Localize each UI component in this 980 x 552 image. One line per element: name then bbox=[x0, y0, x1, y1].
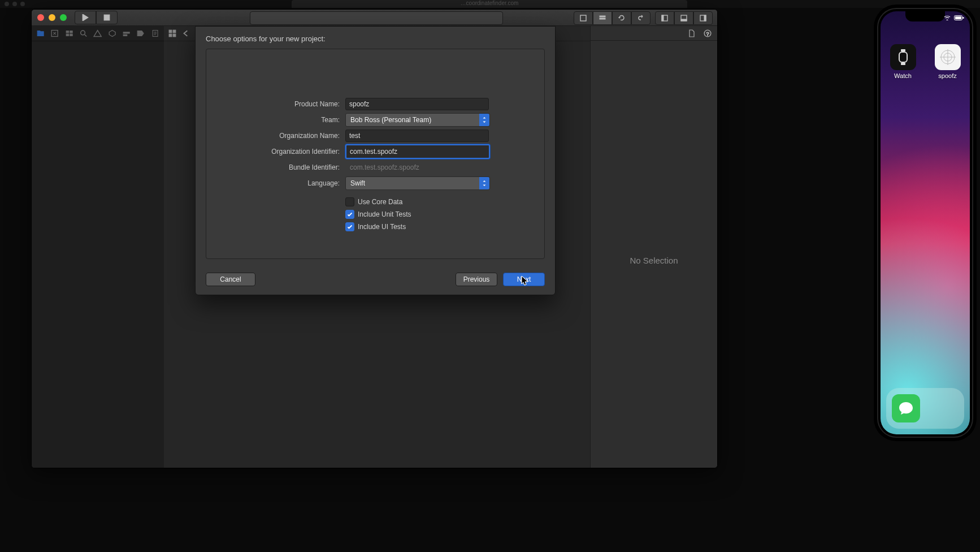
breakpoint-navigator-tab-icon[interactable] bbox=[136, 29, 145, 38]
bundle-id-value: com.test.spoofz.spoofz bbox=[345, 163, 489, 171]
org-name-input[interactable] bbox=[345, 130, 489, 142]
toggle-inspector-button[interactable] bbox=[693, 11, 713, 25]
svg-rect-7 bbox=[681, 19, 687, 21]
svg-rect-21 bbox=[169, 34, 172, 37]
toggle-navigator-button[interactable] bbox=[655, 11, 674, 25]
svg-rect-27 bbox=[963, 17, 964, 19]
sheet-body: Product Name: Team: Bob Ross (Personal T… bbox=[206, 49, 545, 259]
team-select-value: Bob Ross (Personal Team) bbox=[350, 116, 431, 124]
simulator-screen[interactable]: Watch spoofz bbox=[881, 11, 970, 434]
svg-rect-20 bbox=[173, 30, 176, 33]
product-name-label: Product Name: bbox=[206, 100, 345, 108]
new-project-options-sheet: Choose options for your new project: Pro… bbox=[195, 26, 556, 295]
svg-rect-28 bbox=[899, 52, 907, 62]
xcode-window: ? No Selection Choose options for your n… bbox=[31, 9, 718, 468]
unit-tests-label: Include Unit Tests bbox=[358, 210, 411, 218]
navigator-tab-bar bbox=[32, 26, 164, 41]
inspector-panel: ? No Selection bbox=[590, 26, 717, 468]
bundle-id-label: Bundle Identifier: bbox=[206, 163, 345, 171]
svg-text:?: ? bbox=[706, 31, 709, 36]
editor-undo-button[interactable] bbox=[631, 11, 651, 25]
previous-button[interactable]: Previous bbox=[456, 273, 497, 286]
zoom-window-button[interactable] bbox=[60, 14, 67, 21]
simulator-notch bbox=[905, 11, 945, 21]
svg-rect-9 bbox=[704, 15, 706, 21]
svg-rect-3 bbox=[600, 18, 605, 19]
mouse-cursor-icon bbox=[521, 275, 529, 287]
battery-icon bbox=[954, 15, 964, 21]
source-control-navigator-tab-icon[interactable] bbox=[50, 29, 59, 38]
svg-rect-12 bbox=[66, 34, 68, 36]
svg-rect-30 bbox=[901, 63, 905, 65]
xcode-titlebar bbox=[32, 10, 717, 26]
test-navigator-tab-icon[interactable] bbox=[108, 29, 116, 38]
team-select[interactable]: Bob Ross (Personal Team) bbox=[345, 113, 490, 127]
language-label: Language: bbox=[206, 179, 345, 187]
wifi-icon bbox=[944, 15, 951, 21]
stop-button[interactable] bbox=[96, 11, 118, 24]
editor-mode-version-button[interactable] bbox=[612, 11, 631, 25]
close-window-button[interactable] bbox=[37, 14, 44, 21]
scheme-status-bar[interactable] bbox=[250, 11, 503, 25]
svg-rect-14 bbox=[70, 34, 72, 36]
svg-rect-19 bbox=[169, 30, 172, 33]
project-navigator-tab-icon[interactable] bbox=[36, 29, 45, 38]
inspector-no-selection-label: No Selection bbox=[630, 256, 678, 265]
svg-rect-16 bbox=[123, 32, 129, 33]
language-select[interactable]: Swift bbox=[345, 176, 490, 190]
ui-tests-checkbox[interactable] bbox=[345, 222, 354, 231]
svg-rect-2 bbox=[600, 16, 605, 17]
messages-app-icon[interactable] bbox=[892, 394, 920, 422]
ui-tests-label: Include UI Tests bbox=[358, 223, 406, 231]
svg-point-15 bbox=[81, 31, 85, 35]
back-icon[interactable] bbox=[182, 29, 190, 37]
minimize-window-button[interactable] bbox=[49, 14, 55, 21]
org-name-label: Organization Name: bbox=[206, 132, 345, 140]
related-items-icon[interactable] bbox=[168, 29, 176, 37]
svg-rect-22 bbox=[173, 34, 176, 37]
svg-rect-5 bbox=[662, 15, 664, 21]
editor-mode-assistant-button[interactable] bbox=[593, 11, 612, 25]
run-button[interactable] bbox=[75, 11, 96, 24]
simulator-dock bbox=[886, 388, 964, 429]
debug-navigator-tab-icon[interactable] bbox=[122, 29, 131, 38]
org-id-label: Organization Identifier: bbox=[206, 148, 345, 156]
core-data-label: Use Core Data bbox=[358, 198, 402, 206]
browser-url-ghost: …coordinatefinder.com bbox=[461, 0, 519, 6]
background-browser-chrome: …coordinatefinder.com bbox=[0, 0, 980, 8]
navigator-panel bbox=[32, 26, 164, 468]
chevron-updown-icon bbox=[479, 114, 489, 126]
file-inspector-tab-icon[interactable] bbox=[688, 29, 696, 37]
cancel-button[interactable]: Cancel bbox=[206, 273, 255, 286]
editor-mode-standard-button[interactable] bbox=[574, 11, 593, 25]
report-navigator-tab-icon[interactable] bbox=[151, 29, 159, 38]
svg-rect-1 bbox=[580, 15, 586, 21]
issue-navigator-tab-icon[interactable] bbox=[93, 29, 102, 38]
watch-app-icon[interactable]: Watch bbox=[888, 44, 918, 79]
simulator-status-bar bbox=[944, 15, 964, 21]
quick-help-inspector-tab-icon[interactable]: ? bbox=[704, 29, 712, 37]
spoofz-app-label: spoofz bbox=[938, 72, 956, 79]
svg-rect-0 bbox=[104, 15, 110, 20]
svg-rect-17 bbox=[123, 34, 127, 36]
sheet-title: Choose options for your new project: bbox=[196, 27, 555, 49]
team-label: Team: bbox=[206, 116, 345, 124]
svg-rect-11 bbox=[66, 31, 68, 33]
unit-tests-checkbox[interactable] bbox=[345, 210, 354, 219]
ios-simulator-window: Watch spoofz bbox=[877, 8, 973, 438]
svg-rect-29 bbox=[901, 49, 905, 51]
svg-rect-13 bbox=[70, 31, 72, 33]
product-name-input[interactable] bbox=[345, 98, 489, 110]
spoofz-app-icon[interactable]: spoofz bbox=[933, 44, 962, 79]
org-id-input[interactable] bbox=[345, 144, 490, 159]
watch-app-label: Watch bbox=[894, 72, 912, 79]
svg-rect-26 bbox=[955, 16, 961, 19]
symbol-navigator-tab-icon[interactable] bbox=[65, 29, 73, 38]
window-traffic-lights[interactable] bbox=[37, 14, 67, 21]
language-select-value: Swift bbox=[350, 179, 365, 187]
toggle-debug-area-button[interactable] bbox=[674, 11, 693, 25]
find-navigator-tab-icon[interactable] bbox=[79, 29, 88, 38]
core-data-checkbox[interactable] bbox=[345, 197, 354, 206]
chevron-updown-icon bbox=[479, 177, 489, 189]
